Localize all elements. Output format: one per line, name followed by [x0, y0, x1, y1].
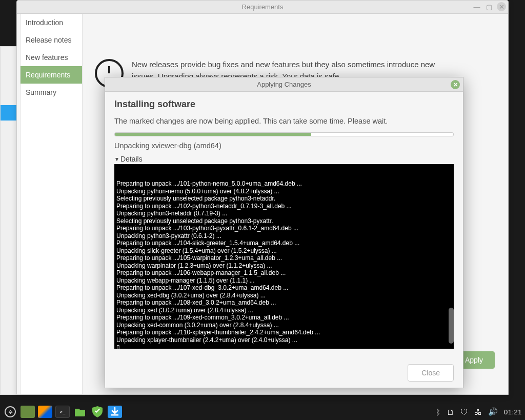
volume-icon[interactable]: 🔊 — [488, 407, 498, 416]
dialog-message: The marked changes are now being applied… — [114, 117, 454, 125]
sidebar-item-introduction[interactable]: Introduction — [21, 14, 82, 31]
window-titlebar[interactable]: Requirements — ▢ ✕ — [17, 1, 508, 14]
bluetooth-icon[interactable]: ᛒ — [436, 408, 440, 416]
file-manager-icon[interactable] — [73, 406, 87, 418]
shield-icon[interactable] — [90, 406, 105, 418]
progress-bar-fill — [115, 133, 311, 136]
details-label-text: Details — [120, 155, 143, 163]
sidebar-item-label: Requirements — [26, 71, 70, 79]
sidebar: Introduction Release notes New features … — [20, 14, 83, 394]
window-title: Requirements — [242, 3, 284, 11]
progress-status-text: Unpacking xviewer-dbg (amd64) — [114, 142, 454, 150]
chevron-down-icon: ▼ — [114, 156, 119, 162]
clock[interactable]: 01:21 — [504, 408, 522, 416]
terminal-text: Preparing to unpack .../101-python-nemo_… — [116, 180, 452, 349]
terminal-icon[interactable]: >_ — [55, 406, 70, 418]
applying-changes-dialog: Applying Changes ✕ Installing software T… — [105, 77, 463, 388]
firefox-icon[interactable] — [38, 406, 52, 418]
progress-bar — [114, 132, 454, 136]
sidebar-item-release-notes[interactable]: Release notes — [21, 31, 82, 49]
sidebar-item-summary[interactable]: Summary — [21, 84, 82, 101]
download-icon[interactable] — [108, 406, 122, 418]
svg-rect-0 — [111, 414, 118, 416]
sidebar-item-label: Introduction — [26, 18, 63, 27]
sidebar-item-requirements[interactable]: Requirements — [21, 66, 82, 84]
security-tray-icon[interactable]: 🛡 — [460, 408, 468, 416]
terminal-output[interactable]: Preparing to unpack .../101-python-nemo_… — [114, 164, 454, 349]
taskbar[interactable]: ✲ >_ ᛒ 🗋 🛡 🖧 🔊 01:21 — [0, 404, 525, 420]
sidebar-item-new-features[interactable]: New features — [21, 49, 82, 66]
terminal-scrollbar[interactable] — [449, 164, 454, 349]
battery-icon[interactable]: 🗋 — [447, 408, 454, 416]
dialog-close-icon[interactable]: ✕ — [451, 80, 460, 89]
network-icon[interactable]: 🖧 — [474, 408, 482, 416]
maximize-icon[interactable]: ▢ — [484, 2, 494, 11]
dialog-title: Applying Changes — [257, 81, 311, 88]
minimize-icon[interactable]: — — [472, 2, 481, 11]
show-desktop-icon[interactable] — [21, 406, 35, 418]
dialog-close-button[interactable]: Close — [408, 364, 454, 382]
close-icon[interactable]: ✕ — [497, 2, 506, 11]
sidebar-item-label: Summary — [26, 88, 56, 96]
dialog-heading: Installing software — [114, 99, 454, 110]
details-toggle[interactable]: ▼ Details — [114, 155, 454, 163]
scrollbar-thumb[interactable] — [449, 308, 454, 344]
sidebar-item-label: New features — [26, 53, 68, 62]
dialog-titlebar[interactable]: Applying Changes ✕ — [105, 77, 463, 92]
start-menu-icon[interactable]: ✲ — [3, 406, 17, 418]
sidebar-item-label: Release notes — [26, 36, 72, 44]
